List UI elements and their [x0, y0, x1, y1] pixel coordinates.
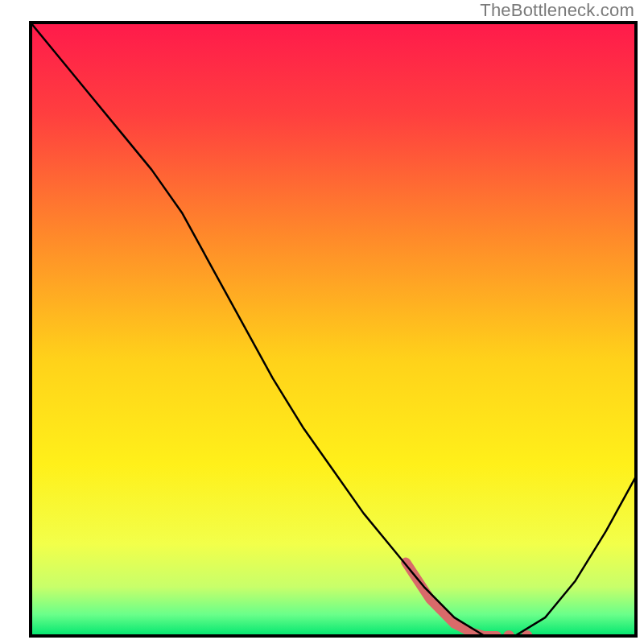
bottleneck-chart: TheBottleneck.com — [0, 0, 644, 644]
watermark-text: TheBottleneck.com — [480, 0, 634, 21]
gradient-background — [31, 23, 636, 636]
chart-svg — [0, 0, 644, 644]
